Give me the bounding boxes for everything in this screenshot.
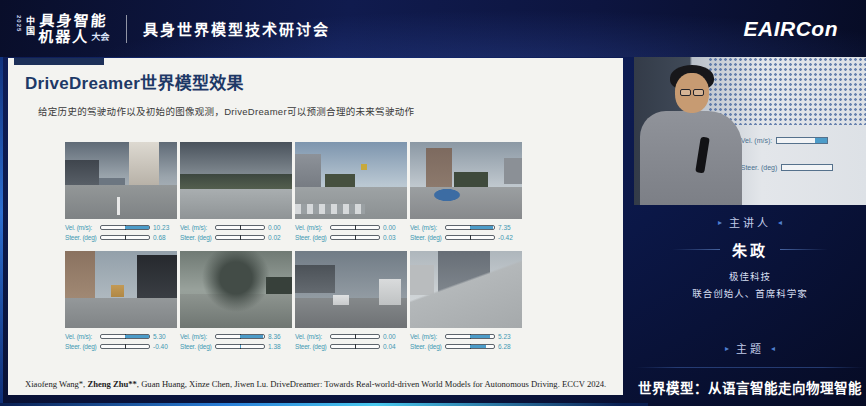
steering-gauge: Steer. (deg) 0.04 [295,341,407,351]
steering-bar [445,344,495,349]
action-gauges: Vel. (m/s): 0.00 Steer. (deg) 0.03 [295,222,407,242]
projected-slide-pattern [708,57,866,125]
velocity-label: Vel. (m/s): [65,224,100,231]
velocity-value: 8.36 [268,333,281,340]
velocity-label: Vel. (m/s): [180,333,215,340]
steering-bar [445,235,495,240]
velocity-gauge: Vel. (m/s): 0.00 [295,222,407,232]
steering-label: Steer. (deg) [65,234,100,241]
driving-frame: Vel. (m/s): 8.36 Steer. (deg) 1.38 [180,251,292,351]
conference-logo: 2025 中国 具身智能 机器人大会 [16,13,110,45]
velocity-value: 0.00 [268,224,281,231]
velocity-fill [470,226,493,229]
gauge-center-tick [125,235,126,240]
steering-value: 1.38 [268,343,281,350]
driving-scene-image [65,251,177,328]
driving-scene-image [295,251,407,328]
slide-title: DriveDreamer世界模型效果 [25,69,244,94]
driving-scene-image [65,142,177,219]
steering-bar [100,235,150,240]
steering-bar [100,344,150,349]
talk-topic: 世界模型：从语言智能走向物理智能 [634,377,866,397]
citation-pre: Xiaofeng Wang*, [25,379,87,389]
citation-author-bold: Zheng Zhu** [87,379,136,389]
logo-suffix: 大会 [91,32,110,42]
steering-label: Steer. (deg) [295,234,330,241]
steering-gauge: Steer. (deg) 0.68 [65,232,177,242]
steering-gauge: Steer. (deg) -0.42 [410,232,522,242]
velocity-bar [100,225,150,230]
steering-value: -0.42 [498,234,513,241]
steering-bar [215,235,265,240]
gauge-center-tick [470,235,471,240]
projected-steer-bar [781,164,833,171]
steering-value: 0.02 [268,234,281,241]
driving-scene-image [180,142,292,219]
steering-gauge: Steer. (deg) 0.02 [180,232,292,242]
steering-value: -0.40 [153,343,168,350]
driving-scene-image [410,251,522,328]
steering-gauge: Steer. (deg) 1.38 [180,341,292,351]
citation-post: , Guan Huang, Xinze Chen, Jiwen Lu. Driv… [137,379,606,389]
steering-label: Steer. (deg) [410,343,445,350]
brand-logo: EAIRCon [744,17,839,41]
velocity-label: Vel. (m/s): [180,224,215,231]
velocity-value: 5.30 [153,333,166,340]
driving-frame: Vel. (m/s): 5.30 Steer. (deg) -0.40 [65,251,177,351]
velocity-fill [470,335,490,338]
topic-divider-top [636,367,864,368]
driving-frame: Vel. (m/s): 7.35 Steer. (deg) -0.42 [410,142,522,242]
logo-year: 2025 [16,15,22,32]
steering-fill [240,345,241,348]
logo-line1: 具身智能 [39,13,111,29]
gauge-center-tick [240,235,241,240]
velocity-bar [445,334,495,339]
gauge-center-tick [355,344,356,349]
velocity-gauge: Vel. (m/s): 5.30 [65,331,177,341]
paper-citation: Xiaofeng Wang*, Zheng Zhu**, Guan Huang,… [25,378,613,390]
velocity-gauge: Vel. (m/s): 7.35 [410,222,522,232]
left-arrow-icon: ◂ [771,344,775,353]
conference-title: 具身世界模型技术研讨会 [143,18,330,39]
action-gauges: Vel. (m/s): 0.00 Steer. (deg) 0.02 [180,222,292,242]
left-arrow-icon: ◂ [778,218,782,227]
velocity-label: Vel. (m/s): [410,224,445,231]
velocity-value: 5.23 [498,333,511,340]
driving-scene-image [180,251,292,328]
logo-line2: 机器人 [38,28,90,45]
driving-scene-image [410,142,522,219]
speaker-company: 极佳科技 [634,269,866,283]
steering-label: Steer. (deg) [180,234,215,241]
speaker-role: 联合创始人、首席科学家 [634,286,866,300]
velocity-bar [100,334,150,339]
velocity-label: Vel. (m/s): [295,224,330,231]
steering-bar [330,235,380,240]
gauge-center-tick [355,225,356,230]
speaker-name-row: 朱政 [634,239,866,260]
velocity-bar [330,225,380,230]
right-arrow-icon: ▸ [725,344,729,353]
velocity-fill [240,335,263,338]
velocity-gauge: Vel. (m/s): 0.00 [180,222,292,232]
velocity-value: 10.23 [153,224,169,231]
driving-frame: Vel. (m/s): 5.23 Steer. (deg) 6.28 [410,251,522,351]
action-gauges: Vel. (m/s): 8.36 Steer. (deg) 1.38 [180,331,292,351]
velocity-gauge: Vel. (m/s): 5.23 [410,331,522,341]
steering-fill [470,345,486,348]
gauge-center-tick [355,235,356,240]
logo-wordmark: 具身智能 机器人大会 [38,13,111,45]
speaker-name: 朱政 [732,239,768,260]
action-gauges: Vel. (m/s): 5.30 Steer. (deg) -0.40 [65,331,177,351]
speaker-glasses [680,89,704,96]
steering-gauge: Steer. (deg) 6.28 [410,341,522,351]
velocity-value: 0.00 [383,333,396,340]
topic-section-label: ▸ 主题 ◂ [634,340,866,356]
speaker-body [640,111,742,205]
driving-frame: Vel. (m/s): 0.00 Steer. (deg) 0.04 [295,251,407,351]
velocity-gauge: Vel. (m/s): 8.36 [180,331,292,341]
velocity-fill [125,226,149,229]
gauge-center-tick [240,225,241,230]
velocity-bar [215,225,265,230]
steering-value: 0.04 [383,343,396,350]
velocity-gauge: Vel. (m/s): 10.23 [65,222,177,232]
